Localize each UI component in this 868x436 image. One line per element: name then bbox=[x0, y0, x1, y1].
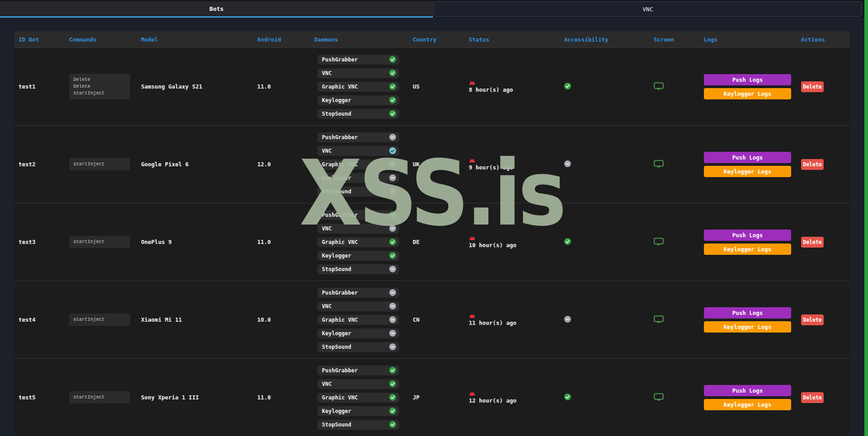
daemon-pill-graphic-vnc[interactable]: Graphic VNC bbox=[317, 393, 399, 403]
command-line: startInject bbox=[73, 239, 126, 245]
check-circle-icon bbox=[389, 408, 396, 414]
delete-bot-button[interactable]: Delete bbox=[801, 392, 824, 403]
command-line: Delete bbox=[73, 76, 126, 83]
accessibility-off-icon bbox=[564, 316, 571, 323]
tab-bots[interactable]: Bots bbox=[0, 1, 433, 18]
daemon-label: PushGrabber bbox=[322, 212, 358, 218]
cell-country: CN bbox=[413, 316, 469, 323]
daemon-label: VNC bbox=[322, 148, 332, 154]
push-logs-button[interactable]: Push Logs bbox=[704, 230, 791, 241]
cell-actions: Delete bbox=[801, 314, 850, 325]
commands-box[interactable]: startInject bbox=[69, 158, 130, 170]
daemon-pill-graphic-vnc[interactable]: Graphic VNC bbox=[317, 82, 399, 92]
daemon-pill-keylogger[interactable]: Keylogger bbox=[317, 406, 399, 416]
monitor-icon bbox=[654, 160, 664, 168]
daemon-pill-stopsound[interactable]: StopSound bbox=[317, 109, 399, 119]
daemon-pill-vnc[interactable]: VNC bbox=[317, 68, 399, 78]
commands-box[interactable]: startInject bbox=[69, 391, 130, 403]
daemon-pill-stopsound[interactable]: StopSound bbox=[317, 342, 399, 352]
push-logs-button[interactable]: Push Logs bbox=[704, 385, 791, 396]
table-row: test2startInjectGoogle Pixel 612.0PushGr… bbox=[14, 125, 850, 203]
screen-view-button[interactable] bbox=[654, 160, 664, 169]
daemon-label: VNC bbox=[322, 70, 332, 76]
commands-box[interactable]: startInject bbox=[69, 236, 130, 248]
daemon-pill-pushgrabber[interactable]: PushGrabber bbox=[317, 288, 399, 298]
cell-actions: Delete bbox=[801, 237, 850, 248]
daemon-label: Keylogger bbox=[322, 408, 351, 414]
daemon-label: Graphic VNC bbox=[322, 84, 358, 90]
tab-bots-label: Bots bbox=[209, 5, 223, 12]
android-robot-offline-icon bbox=[469, 80, 476, 85]
cell-status: 9 hour(s) ago bbox=[469, 158, 564, 171]
command-line: startInject bbox=[73, 394, 126, 401]
cell-screen bbox=[654, 393, 704, 402]
screen-view-button[interactable] bbox=[654, 82, 664, 91]
minus-circle-icon bbox=[389, 343, 396, 350]
table-row: test5startInjectSony Xperia 1 III11.0Pus… bbox=[14, 358, 850, 436]
cell-logs: Push LogsKeylogger Logs bbox=[704, 385, 801, 410]
push-logs-button[interactable]: Push Logs bbox=[704, 152, 791, 163]
commands-box[interactable]: DeleteDeletestartInject bbox=[69, 74, 130, 99]
keylogger-logs-button[interactable]: Keylogger Logs bbox=[704, 166, 791, 177]
delete-bot-button[interactable]: Delete bbox=[801, 81, 824, 92]
tab-vnc-label: VNC bbox=[642, 6, 653, 13]
cell-commands: startInject bbox=[69, 236, 141, 248]
cell-bot-id: test2 bbox=[19, 161, 69, 168]
keylogger-logs-button[interactable]: Keylogger Logs bbox=[704, 88, 791, 99]
delete-bot-button[interactable]: Delete bbox=[801, 314, 824, 325]
screen-view-button[interactable] bbox=[654, 315, 664, 324]
commands-box[interactable]: startInject bbox=[69, 314, 130, 326]
daemon-pill-graphic-vnc[interactable]: Graphic VNC bbox=[317, 237, 399, 247]
daemon-pill-keylogger[interactable]: Keylogger bbox=[317, 173, 399, 183]
accessibility-on-icon bbox=[564, 83, 571, 89]
daemon-pill-keylogger[interactable]: Keylogger bbox=[317, 328, 399, 338]
screen-view-button[interactable] bbox=[654, 393, 664, 402]
daemon-pill-keylogger[interactable]: Keylogger bbox=[317, 251, 399, 261]
command-line: Delete bbox=[73, 83, 126, 90]
keylogger-logs-button[interactable]: Keylogger Logs bbox=[704, 399, 791, 410]
daemon-label: Keylogger bbox=[322, 330, 351, 337]
monitor-icon bbox=[654, 82, 664, 90]
push-logs-button[interactable]: Push Logs bbox=[704, 74, 791, 85]
daemon-pill-stopsound[interactable]: StopSound bbox=[317, 264, 399, 274]
cell-android: 11.0 bbox=[257, 394, 314, 401]
daemon-pill-graphic-vnc[interactable]: Graphic VNC bbox=[317, 315, 399, 325]
keylogger-logs-button[interactable]: Keylogger Logs bbox=[704, 321, 791, 333]
daemon-pill-vnc[interactable]: VNC bbox=[317, 146, 399, 156]
cell-screen bbox=[654, 238, 704, 247]
daemon-label: StopSound bbox=[322, 344, 351, 350]
daemon-pill-vnc[interactable]: VNC bbox=[317, 379, 399, 389]
check-circle-icon bbox=[389, 380, 396, 387]
daemon-pill-keylogger[interactable]: Keylogger bbox=[317, 95, 399, 105]
screen-view-button[interactable] bbox=[654, 238, 664, 247]
command-line: startInject bbox=[73, 316, 126, 323]
cell-bot-id: test1 bbox=[19, 83, 69, 90]
last-seen-text: 11 hour(s) ago bbox=[469, 319, 516, 326]
cell-commands: startInject bbox=[69, 391, 141, 403]
cell-daemons: PushGrabberVNCGraphic VNCKeyloggerStopSo… bbox=[314, 364, 413, 431]
daemon-label: Graphic VNC bbox=[322, 394, 358, 401]
daemon-pill-pushgrabber[interactable]: PushGrabber bbox=[317, 55, 399, 65]
daemon-pill-pushgrabber[interactable]: PushGrabber bbox=[317, 366, 399, 375]
cell-android: 12.0 bbox=[257, 161, 314, 168]
tab-vnc[interactable]: VNC bbox=[434, 1, 862, 17]
keylogger-logs-button[interactable]: Keylogger Logs bbox=[704, 244, 791, 255]
push-logs-button[interactable]: Push Logs bbox=[704, 307, 791, 319]
delete-bot-button[interactable]: Delete bbox=[801, 159, 824, 170]
delete-bot-button[interactable]: Delete bbox=[801, 237, 824, 248]
accessibility-on-icon bbox=[564, 394, 571, 400]
monitor-icon bbox=[654, 238, 664, 245]
daemon-pill-vnc[interactable]: VNC bbox=[317, 224, 399, 234]
daemon-label: PushGrabber bbox=[322, 134, 358, 141]
daemon-pill-stopsound[interactable]: StopSound bbox=[317, 420, 399, 430]
check-circle-icon bbox=[389, 252, 396, 259]
daemon-pill-vnc[interactable]: VNC bbox=[317, 301, 399, 311]
daemon-pill-graphic-vnc[interactable]: Graphic VNC bbox=[317, 159, 399, 169]
minus-circle-icon bbox=[389, 174, 396, 181]
android-robot-offline-icon bbox=[469, 391, 476, 396]
daemon-pill-pushgrabber[interactable]: PushGrabber bbox=[317, 210, 399, 220]
col-header-commands: Commands bbox=[69, 36, 141, 43]
cell-accessibility bbox=[564, 160, 654, 169]
daemon-pill-stopsound[interactable]: StopSound bbox=[317, 187, 399, 197]
daemon-pill-pushgrabber[interactable]: PushGrabber bbox=[317, 132, 399, 142]
